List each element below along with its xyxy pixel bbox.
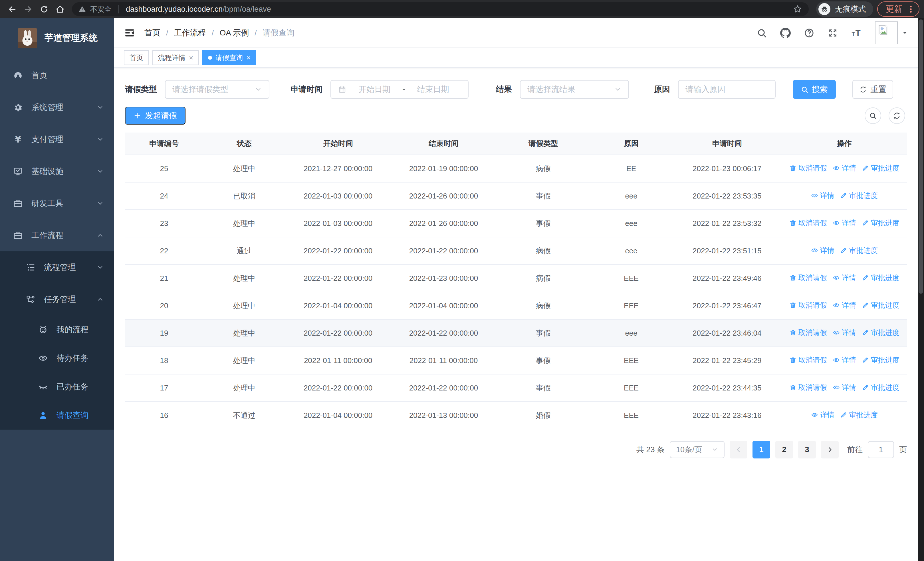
refresh-table-button[interactable] [889, 107, 905, 124]
user-avatar[interactable] [875, 21, 908, 44]
action-detail[interactable]: 详情 [832, 273, 856, 283]
sidebar-item-支付管理[interactable]: ¥支付管理 [0, 123, 114, 155]
sidebar-item-工作流程[interactable]: 工作流程 [0, 220, 114, 251]
reason-input[interactable]: 请输入原因 [678, 80, 776, 99]
fullscreen-icon[interactable] [828, 28, 838, 38]
home-button[interactable] [52, 2, 68, 17]
sidebar-logo[interactable]: 芋道管理系统 [0, 18, 114, 52]
tab-首页[interactable]: 首页 [124, 50, 149, 65]
menu-dots-icon[interactable] [906, 5, 915, 14]
action-cancel-leave[interactable]: 取消请假 [789, 328, 827, 337]
toggle-search-button[interactable] [865, 107, 881, 124]
bookmark-star-icon[interactable] [793, 4, 802, 14]
gear-icon [13, 102, 23, 112]
breadcrumb-home[interactable]: 首页 [144, 27, 160, 38]
reset-button-label: 重置 [870, 84, 886, 95]
page-button-2[interactable]: 2 [776, 441, 793, 459]
action-detail[interactable]: 详情 [832, 328, 856, 337]
sidebar-item-已办任务[interactable]: 已办任务 [0, 373, 114, 401]
action-cancel-leave[interactable]: 取消请假 [789, 218, 827, 228]
action-approval-progress[interactable]: 审批进度 [862, 355, 900, 365]
sidebar-item-label: 首页 [32, 70, 47, 81]
tab-流程详情[interactable]: 流程详情× [152, 50, 199, 65]
action-detail[interactable]: 详情 [832, 301, 856, 310]
help-icon[interactable] [804, 28, 814, 38]
sidebar-item-首页[interactable]: 首页 [0, 59, 114, 92]
column-header: 结束时间 [391, 132, 496, 155]
breadcrumb-workflow[interactable]: 工作流程 [174, 27, 206, 38]
search-button[interactable]: 搜索 [793, 80, 836, 99]
action-cancel-leave[interactable]: 取消请假 [789, 355, 827, 365]
cell-type: 事假 [496, 374, 590, 402]
breadcrumb-oa[interactable]: OA 示例 [220, 27, 249, 38]
sidebar-item-待办任务[interactable]: 待办任务 [0, 344, 114, 373]
sidebar-item-研发工具[interactable]: 研发工具 [0, 187, 114, 220]
action-approval-progress[interactable]: 审批进度 [840, 191, 878, 200]
page-button-3[interactable]: 3 [798, 441, 816, 459]
action-approval-progress[interactable]: 审批进度 [862, 328, 900, 337]
scrollbar-thumb[interactable] [919, 20, 923, 294]
sidebar-item-label: 系统管理 [32, 102, 63, 113]
action-approval-progress[interactable]: 审批进度 [862, 218, 900, 228]
address-bar[interactable]: 不安全 dashboard.yudao.iocoder.cn/bpm/oa/le… [72, 2, 809, 16]
action-approval-progress[interactable]: 审批进度 [862, 301, 900, 310]
edit-icon [862, 384, 869, 391]
create-leave-button[interactable]: 发起请假 [125, 107, 186, 125]
result-placeholder: 请选择流结果 [527, 84, 575, 95]
action-approval-progress[interactable]: 审批进度 [862, 383, 900, 392]
action-detail[interactable]: 详情 [811, 191, 834, 200]
action-approval-progress[interactable]: 审批进度 [840, 410, 878, 420]
sidebar-item-label: 任务管理 [44, 294, 76, 305]
eye-closed-icon [38, 382, 48, 392]
next-page-button[interactable] [821, 441, 838, 459]
forward-button[interactable] [21, 2, 35, 17]
cell-id: 17 [125, 374, 203, 402]
sidebar-item-基础设施[interactable]: 基础设施 [0, 155, 114, 187]
cell-status: 处理中 [203, 210, 285, 237]
action-detail[interactable]: 详情 [811, 246, 834, 255]
cell-status: 处理中 [203, 374, 285, 402]
leave-type-select[interactable]: 请选择请假类型 [165, 80, 269, 99]
table-row-17: 17处理中2022-01-22 00:00:002022-01-22 00:00… [125, 374, 907, 402]
sidebar-collapse-icon[interactable] [124, 27, 135, 39]
back-button[interactable] [4, 2, 20, 17]
font-size-icon[interactable]: TT [851, 28, 862, 38]
sidebar-item-系统管理[interactable]: 系统管理 [0, 92, 114, 123]
result-select[interactable]: 请选择流结果 [520, 80, 629, 99]
action-approval-progress[interactable]: 审批进度 [862, 273, 900, 283]
goto-page-input[interactable]: 1 [868, 441, 894, 458]
reload-button[interactable] [36, 2, 51, 17]
reset-button[interactable]: 重置 [852, 80, 893, 99]
cell-id: 23 [125, 210, 203, 237]
action-approval-progress[interactable]: 审批进度 [862, 163, 900, 173]
page-button-1[interactable]: 1 [753, 441, 770, 459]
tab-close-icon[interactable]: × [189, 54, 193, 62]
cell-end: 2022-01-11 00:00:00 [391, 347, 496, 374]
update-button[interactable]: 更新 [877, 2, 920, 17]
action-detail[interactable]: 详情 [811, 410, 834, 420]
page-size-select[interactable]: 10条/页 [670, 441, 724, 458]
tab-close-icon[interactable]: × [246, 54, 250, 62]
sidebar-item-我的流程[interactable]: 我的流程 [0, 315, 114, 344]
column-header: 状态 [203, 132, 285, 155]
action-detail[interactable]: 详情 [832, 218, 856, 228]
header-search-icon[interactable] [756, 28, 767, 38]
reason-placeholder: 请输入原因 [686, 84, 725, 95]
sidebar-item-任务管理[interactable]: 任务管理 [0, 283, 114, 315]
sidebar-item-请假查询[interactable]: 请假查询 [0, 401, 114, 430]
action-detail[interactable]: 详情 [832, 163, 856, 173]
action-cancel-leave[interactable]: 取消请假 [789, 301, 827, 310]
table-header-row: 申请编号状态开始时间结束时间请假类型原因申请时间操作 [125, 132, 907, 155]
tab-请假查询[interactable]: 请假查询× [202, 50, 256, 65]
action-cancel-leave[interactable]: 取消请假 [789, 273, 827, 283]
prev-page-button[interactable] [730, 441, 747, 459]
apply-time-range-picker[interactable]: 开始日期 - 结束日期 [330, 80, 469, 99]
github-icon[interactable] [780, 28, 791, 38]
sidebar-item-流程管理[interactable]: 流程管理 [0, 251, 114, 283]
action-cancel-leave[interactable]: 取消请假 [789, 163, 827, 173]
action-detail[interactable]: 详情 [832, 383, 856, 392]
cell-id: 19 [125, 319, 203, 347]
action-approval-progress[interactable]: 审批进度 [840, 246, 878, 255]
action-cancel-leave[interactable]: 取消请假 [789, 383, 827, 392]
action-detail[interactable]: 详情 [832, 355, 856, 365]
